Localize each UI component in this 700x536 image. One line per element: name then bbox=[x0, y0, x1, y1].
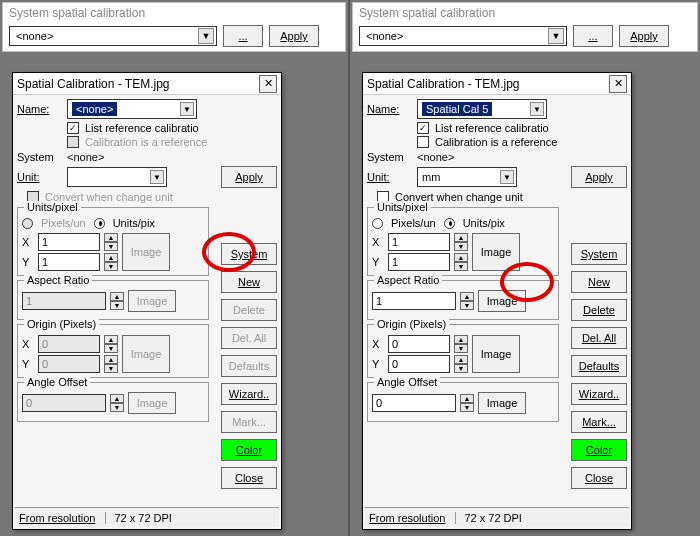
angle-offset-group: Angle Offset 0 ▲▼ Image bbox=[367, 382, 559, 422]
aspect-input[interactable]: 1 bbox=[372, 292, 456, 310]
image-button: Image bbox=[122, 233, 170, 271]
image-button[interactable]: Image bbox=[472, 335, 520, 373]
apply-button[interactable]: Apply bbox=[221, 166, 277, 188]
origin-y-input[interactable]: 0 bbox=[388, 355, 450, 373]
dialog-title-text: Spatial Calibration - TEM.jpg bbox=[367, 77, 520, 91]
y-spinner[interactable]: ▲▼ bbox=[104, 253, 118, 271]
list-reference-checkbox[interactable]: ✓List reference calibratio bbox=[417, 122, 627, 134]
pixels-per-unit-radio[interactable] bbox=[372, 218, 383, 229]
origin-x-spinner[interactable]: ▲▼ bbox=[454, 335, 468, 353]
apply-button[interactable]: Apply bbox=[619, 25, 669, 47]
status-bar: From resolution 72 x 72 DPI bbox=[365, 507, 629, 527]
spatial-calibration-dialog: Spatial Calibration - TEM.jpg ✕ Name: Sp… bbox=[362, 72, 632, 530]
close-button[interactable]: ✕ bbox=[259, 75, 277, 93]
dialog-titlebar: Spatial Calibration - TEM.jpg ✕ bbox=[363, 73, 631, 95]
name-select[interactable]: Spatial Cal 5 ▼ bbox=[417, 99, 547, 119]
new-button[interactable]: New bbox=[221, 271, 277, 293]
browse-button[interactable]: ... bbox=[223, 25, 263, 47]
y-spinner[interactable]: ▲▼ bbox=[454, 253, 468, 271]
aspect-ratio-group: Aspect Ratio 1 ▲▼ Image bbox=[367, 280, 559, 320]
system-label: System bbox=[17, 151, 63, 163]
system-label: System bbox=[367, 151, 413, 163]
system-bar: System spatial calibration <none> ▼ ... … bbox=[352, 2, 698, 52]
wizard-button[interactable]: Wizard.. bbox=[221, 383, 277, 405]
system-bar-title: System spatial calibration bbox=[353, 3, 697, 23]
system-button[interactable]: System bbox=[571, 243, 627, 265]
spatial-calibration-dialog: Spatial Calibration - TEM.jpg ✕ Name: <n… bbox=[12, 72, 282, 530]
x-spinner[interactable]: ▲▼ bbox=[454, 233, 468, 251]
aspect-input: 1 bbox=[22, 292, 106, 310]
apply-button[interactable]: Apply bbox=[269, 25, 319, 47]
chevron-down-icon: ▼ bbox=[500, 170, 514, 184]
close-button[interactable]: Close bbox=[571, 467, 627, 489]
color-button[interactable]: Color bbox=[221, 439, 277, 461]
chevron-down-icon: ▼ bbox=[530, 102, 544, 116]
mark-button[interactable]: Mark... bbox=[571, 411, 627, 433]
list-reference-checkbox[interactable]: ✓List reference calibratio bbox=[67, 122, 277, 134]
aspect-spinner[interactable]: ▲▼ bbox=[110, 292, 124, 310]
system-button[interactable]: System bbox=[221, 243, 277, 265]
defaults-button: Defaults bbox=[221, 355, 277, 377]
chevron-down-icon: ▼ bbox=[150, 170, 164, 184]
angle-spinner[interactable]: ▲▼ bbox=[110, 394, 124, 412]
system-bar-title: System spatial calibration bbox=[3, 3, 345, 23]
image-button: Image bbox=[122, 335, 170, 373]
color-button[interactable]: Color bbox=[571, 439, 627, 461]
system-select[interactable]: <none> ▼ bbox=[359, 26, 567, 46]
origin-group: Origin (Pixels) X 0 ▲▼ Image Y 0 ▲▼ bbox=[17, 324, 209, 378]
system-value: <none> bbox=[417, 151, 454, 163]
new-button[interactable]: New bbox=[571, 271, 627, 293]
angle-input: 0 bbox=[22, 394, 106, 412]
image-button[interactable]: Image bbox=[472, 233, 520, 271]
unit-select[interactable]: mm ▼ bbox=[417, 167, 517, 187]
wizard-button[interactable]: Wizard.. bbox=[571, 383, 627, 405]
units-per-pixel-radio[interactable] bbox=[444, 218, 455, 229]
aspect-ratio-group: Aspect Ratio 1 ▲▼ Image bbox=[17, 280, 209, 320]
origin-y-spinner[interactable]: ▲▼ bbox=[454, 355, 468, 373]
status-bar: From resolution 72 x 72 DPI bbox=[15, 507, 279, 527]
mark-button: Mark... bbox=[221, 411, 277, 433]
defaults-button[interactable]: Defaults bbox=[571, 355, 627, 377]
image-button: Image bbox=[128, 290, 176, 312]
name-label: Name: bbox=[367, 103, 413, 115]
origin-y-input: 0 bbox=[38, 355, 100, 373]
image-button: Image bbox=[128, 392, 176, 414]
delete-button[interactable]: Delete bbox=[571, 299, 627, 321]
image-button[interactable]: Image bbox=[478, 392, 526, 414]
units-pixel-group: Units/pixel Pixels/un Units/pix X 1 ▲▼ I… bbox=[17, 207, 209, 276]
pixels-per-unit-radio bbox=[22, 218, 33, 229]
x-input[interactable]: 1 bbox=[388, 233, 450, 251]
system-select[interactable]: <none> ▼ bbox=[9, 26, 217, 46]
aspect-spinner[interactable]: ▲▼ bbox=[460, 292, 474, 310]
units-pixel-group: Units/pixel Pixels/un Units/pix X 1 ▲▼ I… bbox=[367, 207, 559, 276]
delete-all-button[interactable]: Del. All bbox=[571, 327, 627, 349]
angle-spinner[interactable]: ▲▼ bbox=[460, 394, 474, 412]
apply-button[interactable]: Apply bbox=[571, 166, 627, 188]
unit-select[interactable]: ▼ bbox=[67, 167, 167, 187]
unit-label: Unit: bbox=[17, 171, 63, 183]
name-label: Name: bbox=[17, 103, 63, 115]
y-input[interactable]: 1 bbox=[388, 253, 450, 271]
y-input[interactable]: 1 bbox=[38, 253, 100, 271]
system-bar: System spatial calibration <none> ▼ ... … bbox=[2, 2, 346, 52]
system-value: <none> bbox=[67, 151, 104, 163]
x-spinner[interactable]: ▲▼ bbox=[104, 233, 118, 251]
name-select[interactable]: <none> ▼ bbox=[67, 99, 197, 119]
origin-y-spinner[interactable]: ▲▼ bbox=[104, 355, 118, 373]
image-button[interactable]: Image bbox=[478, 290, 526, 312]
calibration-reference-checkbox: Calibration is a reference bbox=[67, 136, 277, 148]
x-input[interactable]: 1 bbox=[38, 233, 100, 251]
close-button[interactable]: ✕ bbox=[609, 75, 627, 93]
units-per-pixel-radio[interactable] bbox=[94, 218, 105, 229]
origin-group: Origin (Pixels) X 0 ▲▼ Image Y 0 ▲▼ bbox=[367, 324, 559, 378]
browse-button[interactable]: ... bbox=[573, 25, 613, 47]
chevron-down-icon: ▼ bbox=[548, 28, 564, 44]
angle-input[interactable]: 0 bbox=[372, 394, 456, 412]
origin-x-input[interactable]: 0 bbox=[388, 335, 450, 353]
angle-offset-group: Angle Offset 0 ▲▼ Image bbox=[17, 382, 209, 422]
chevron-down-icon: ▼ bbox=[180, 102, 194, 116]
calibration-reference-checkbox[interactable]: Calibration is a reference bbox=[417, 136, 627, 148]
close-button[interactable]: Close bbox=[221, 467, 277, 489]
origin-x-spinner[interactable]: ▲▼ bbox=[104, 335, 118, 353]
dialog-titlebar: Spatial Calibration - TEM.jpg ✕ bbox=[13, 73, 281, 95]
